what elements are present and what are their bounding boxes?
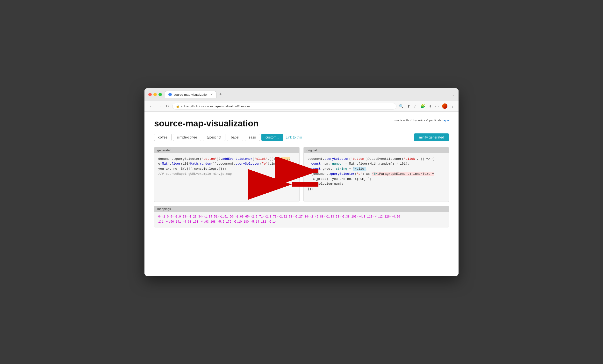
browser-window: source-map-visualization ✕ + ⌄ ← → ↻ 🔒 s… <box>144 88 459 276</box>
mappings-panel: mappings 0->1:0 9->1:9 23->1:23 34->1:34… <box>154 206 449 227</box>
mapping-item[interactable]: 141->4:68 <box>176 220 191 223</box>
tab-favicon <box>168 93 172 96</box>
page-header: source-map-visualization made with ♡ by … <box>154 118 449 129</box>
mapping-item[interactable]: 131->4:56 <box>158 220 174 223</box>
reload-button[interactable]: ↻ <box>165 104 170 109</box>
lock-icon: 🔒 <box>176 105 179 108</box>
tab-title: source-map-visualization <box>174 93 209 96</box>
preset-custom-button[interactable]: custom... <box>261 134 283 141</box>
code-line: document.querySelector('button')?.addEve… <box>308 157 445 162</box>
mapping-item[interactable]: 176->5:10 <box>226 220 242 223</box>
url-text: sokra.github.io/source-map-visualization… <box>181 105 250 108</box>
code-line: }); <box>308 187 445 192</box>
mapping-item[interactable]: 73->2:22 <box>273 215 287 219</box>
mappings-panel-header: mappings <box>154 206 449 212</box>
share-icon[interactable]: ⬆ <box>407 104 410 108</box>
mapping-item[interactable]: 23->1:23 <box>183 215 197 219</box>
split-view-icon[interactable]: ▭ <box>435 104 439 108</box>
mapping-item[interactable]: 71->2:8 <box>259 215 271 219</box>
new-tab-button[interactable]: + <box>218 92 223 97</box>
download-icon[interactable]: ⬇ <box>429 104 432 108</box>
generated-panel: generated document.querySelector("button… <box>154 147 300 202</box>
preset-bar: coffee simple-coffee typescript babel sa… <box>154 133 449 141</box>
mapping-item[interactable]: 0->1:0 <box>158 215 169 219</box>
made-with-text: made with ♡ by sokra & paulirish. repo <box>394 118 449 122</box>
preset-simple-coffee-button[interactable]: simple-coffee <box>173 134 201 141</box>
preset-typescript-button[interactable]: typescript <box>203 134 225 141</box>
mapping-item[interactable]: 93->2:38 <box>336 215 350 219</box>
forward-button[interactable]: → <box>157 104 162 109</box>
close-button[interactable] <box>148 93 152 96</box>
tab-close-icon[interactable]: ✕ <box>210 93 213 96</box>
mapping-item[interactable]: 84->2:49 <box>304 215 318 219</box>
code-line: you are no. ${e}!`,console.log(e)})); <box>158 166 295 172</box>
mapping-item[interactable]: 60->1:60 <box>230 215 244 219</box>
code-panels-container: generated document.querySelector("button… <box>154 147 449 202</box>
mapping-item[interactable]: 126->4:26 <box>384 215 400 219</box>
tab-bar: source-map-visualization ✕ + ⌄ <box>165 91 455 98</box>
profile-avatar[interactable] <box>442 104 447 109</box>
code-line: //# sourceMappingURL=example.min.js.map <box>158 172 295 177</box>
mapping-item[interactable]: 78->2:27 <box>289 215 303 219</box>
address-bar: ← → ↻ 🔒 sokra.github.io/source-map-visua… <box>144 101 459 112</box>
code-line: e=Math.floor(101*Math.random());document… <box>158 162 295 166</box>
preset-coffee-button[interactable]: coffee <box>154 134 172 141</box>
code-line: `${greet}, you are no. ${num}!`; <box>308 177 445 182</box>
url-bar[interactable]: 🔒 sokra.github.io/source-map-visualizati… <box>172 103 396 109</box>
maximize-button[interactable] <box>159 93 162 96</box>
generated-panel-body: document.querySelector("button")?.addEve… <box>154 153 299 201</box>
code-panels: generated document.querySelector("button… <box>154 147 449 202</box>
traffic-lights <box>148 93 162 96</box>
minimize-button[interactable] <box>153 93 157 96</box>
mapping-item[interactable]: 34->1:34 <box>198 215 212 219</box>
generated-panel-header: generated <box>154 147 299 153</box>
title-bar: source-map-visualization ✕ + ⌄ <box>144 88 459 101</box>
original-panel: original document.querySelector('button'… <box>303 147 449 202</box>
mapping-item[interactable]: 180->5:14 <box>244 220 259 223</box>
link-to-this[interactable]: Link to this <box>286 135 302 139</box>
mapping-item[interactable]: 103->4:3 <box>351 215 365 219</box>
page-title: source-map-visualization <box>154 118 258 129</box>
mapping-item[interactable]: 65->2:2 <box>245 215 257 219</box>
mapping-item[interactable]: 51->1:51 <box>214 215 228 219</box>
preset-sass-button[interactable]: sass <box>245 134 260 141</box>
extensions-icon[interactable]: 🧩 <box>420 104 425 108</box>
bookmark-icon[interactable]: ☆ <box>414 104 417 108</box>
code-line: document.querySelector("button")?.addEve… <box>158 157 295 162</box>
mapping-item[interactable]: 168->5:2 <box>210 220 224 223</box>
code-line: const greet: string = 'Hello'; <box>308 166 445 172</box>
browser-toolbar-icons: 🔍 ⬆ ☆ 🧩 ⬇ ▭ ⋮ <box>399 104 455 109</box>
code-line: (document.querySelector('p') as HTMLPara… <box>308 172 445 177</box>
page-content: source-map-visualization made with ♡ by … <box>144 112 459 276</box>
mappings-body: 0->1:0 9->1:9 23->1:23 34->1:34 51->1:51… <box>154 212 449 227</box>
mapping-item[interactable]: 163->4:93 <box>193 220 209 223</box>
preset-babel-button[interactable]: babel <box>227 134 243 141</box>
mapping-item[interactable]: 182->5:14 <box>261 220 277 223</box>
mapping-item[interactable]: 88->2:33 <box>320 215 334 219</box>
mapping-item[interactable]: 112->4:12 <box>367 215 383 219</box>
menu-icon[interactable]: ⋮ <box>451 104 455 108</box>
code-line: console.log(num); <box>308 182 445 187</box>
original-panel-header: original <box>304 147 449 153</box>
back-button[interactable]: ← <box>148 104 154 109</box>
active-tab[interactable]: source-map-visualization ✕ <box>165 91 217 98</box>
mapping-item[interactable]: 9->1:9 <box>170 215 181 219</box>
code-line: const num: number = Math.floor(Math.rand… <box>308 162 445 166</box>
original-panel-body: document.querySelector('button')?.addEve… <box>304 153 449 201</box>
search-icon[interactable]: 🔍 <box>399 104 404 108</box>
tab-dropdown-icon[interactable]: ⌄ <box>452 93 455 96</box>
minify-generated-button[interactable]: minify generated <box>414 133 449 141</box>
repo-link[interactable]: repo <box>443 118 449 122</box>
